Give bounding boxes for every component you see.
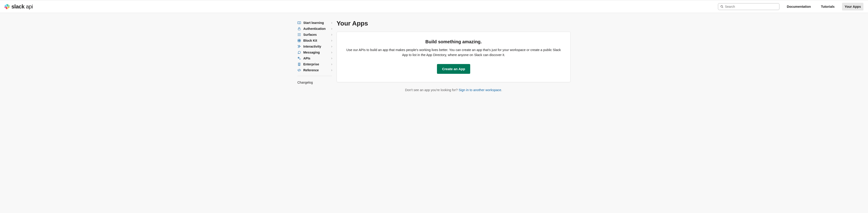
svg-point-11: [300, 59, 300, 59]
cogs-icon: [298, 57, 301, 60]
sidebar-changelog[interactable]: Changelog: [298, 81, 332, 84]
chevron-right-icon: [331, 52, 332, 53]
sign-in-another-workspace-link[interactable]: Sign in to another workspace: [459, 88, 501, 92]
below-card-note: Don't see an app you're looking for? Sig…: [337, 88, 570, 92]
nav-your-apps[interactable]: Your Apps: [842, 3, 863, 10]
sidebar-item-reference[interactable]: Reference: [298, 67, 332, 73]
sidebar-item-surfaces[interactable]: Surfaces: [298, 32, 332, 38]
sidebar-item-authentication[interactable]: Authentication: [298, 26, 332, 32]
chevron-right-icon: [331, 45, 332, 47]
chevron-right-icon: [331, 69, 332, 71]
sidebar-item-label: APIs: [303, 57, 310, 60]
svg-point-3: [300, 33, 301, 34]
chevron-right-icon: [331, 28, 332, 29]
note-text: Don't see an app you're looking for?: [405, 88, 459, 92]
create-app-button[interactable]: Create an App: [437, 64, 470, 74]
sidebar-item-start-learning[interactable]: Start learning: [298, 20, 332, 26]
empty-state-card: Build something amazing. Use our APIs to…: [337, 32, 570, 82]
search-box[interactable]: [718, 3, 779, 10]
search-icon: [720, 5, 723, 8]
sidebar-item-label: Messaging: [303, 51, 320, 54]
sidebar-item-interactivity[interactable]: Interactivity: [298, 43, 332, 50]
chevron-right-icon: [331, 34, 332, 35]
sidebar: Start learning Authentication Surfaces B…: [298, 20, 332, 92]
sidebar-item-label: Surfaces: [303, 33, 317, 36]
sidebar-item-block-kit[interactable]: Block Kit: [298, 38, 332, 43]
svg-rect-0: [298, 28, 300, 30]
chevron-right-icon: [331, 40, 332, 41]
svg-point-5: [299, 34, 300, 35]
blocks-icon: [298, 39, 301, 42]
svg-point-7: [298, 35, 299, 36]
sidebar-item-enterprise[interactable]: Enterprise: [298, 61, 332, 67]
sidebar-item-label: Interactivity: [303, 44, 321, 48]
sidebar-item-apis[interactable]: APIs: [298, 55, 332, 61]
nav-documentation[interactable]: Documentation: [784, 3, 813, 10]
chevron-right-icon: [331, 57, 332, 59]
building-icon: [298, 62, 301, 66]
chevron-right-icon: [331, 22, 332, 24]
nav-tutorials[interactable]: Tutorials: [818, 3, 837, 10]
svg-point-6: [300, 34, 301, 35]
logo-text: slack api: [11, 3, 33, 10]
chevron-right-icon: [331, 63, 332, 65]
sparkle-icon: [298, 44, 301, 48]
svg-point-2: [299, 33, 300, 34]
slack-logo-icon: [5, 4, 9, 9]
sidebar-item-label: Block Kit: [303, 39, 317, 42]
lock-icon: [298, 27, 301, 31]
sidebar-item-label: Reference: [303, 68, 319, 72]
svg-point-1: [298, 33, 299, 34]
card-heading: Build something amazing.: [346, 39, 561, 44]
slack-api-logo[interactable]: slack api: [5, 3, 33, 10]
search-input[interactable]: [725, 5, 777, 8]
svg-point-8: [299, 35, 300, 36]
grid-icon: [298, 33, 301, 36]
sidebar-item-label: Start learning: [303, 21, 324, 25]
svg-point-4: [298, 34, 299, 35]
header: slack api Documentation Tutorials Your A…: [0, 0, 868, 13]
code-icon: [298, 68, 301, 72]
chat-icon: [298, 51, 301, 54]
sidebar-item-label: Enterprise: [303, 62, 319, 66]
book-icon: [298, 21, 301, 25]
page-title: Your Apps: [337, 20, 570, 27]
sidebar-item-messaging[interactable]: Messaging: [298, 50, 332, 55]
svg-point-9: [300, 35, 301, 36]
card-description: Use our APIs to build an app that makes …: [346, 48, 561, 58]
sidebar-item-label: Authentication: [303, 27, 326, 31]
main-content: Your Apps Build something amazing. Use o…: [337, 20, 570, 92]
